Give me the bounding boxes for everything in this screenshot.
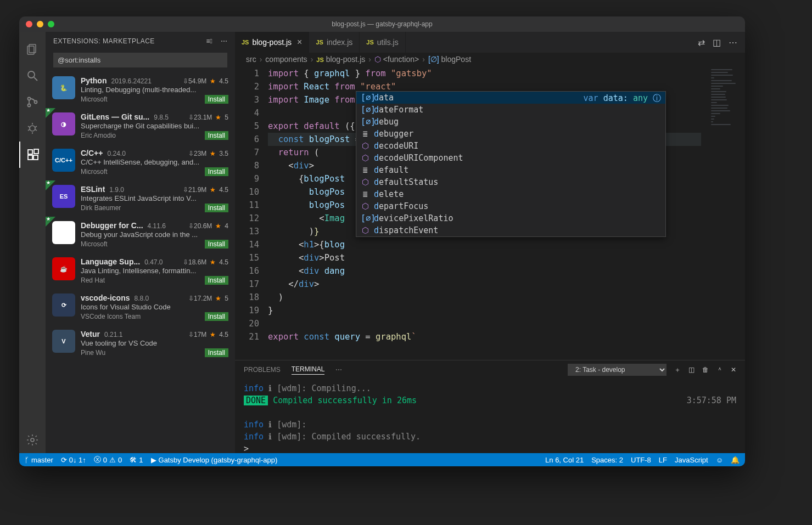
status-tools[interactable]: 🛠 1 [130,456,143,464]
indent-status[interactable]: Spaces: 2 [591,456,623,464]
extension-version: 0.47.0 [144,258,163,266]
activity-bar [19,32,46,453]
notifications-icon[interactable]: 🔔 [731,456,740,464]
vscode-window: blog-post.js — gatsby-graphql-app EXTENS… [19,16,745,466]
breadcrumb-item[interactable]: [∅] blogPost [428,55,471,64]
rating: 4.5 [219,186,228,194]
install-button[interactable]: Install [205,312,228,321]
install-button[interactable]: Install [205,240,228,249]
suggestion-item[interactable]: [∅]devicePixelRatio [356,212,665,224]
more-icon[interactable]: ⋯ [221,37,228,45]
svg-rect-15 [28,155,32,160]
extension-item[interactable]: V Vetur 0.21.1 ⇩17M ★4.5 Vue tooling for… [46,325,235,362]
breadcrumb-item[interactable]: src [246,55,256,64]
install-button[interactable]: Install [205,131,228,140]
download-count: ⇩21.9M [183,186,206,194]
minimap[interactable] [701,66,745,360]
extension-name: C/C++ [81,149,103,157]
extension-item[interactable]: C/C++ C/C++ 0.24.0 ⇩23M ★3.5 C/C++ Intel… [46,144,235,180]
extension-icon: ⟳ [52,293,75,317]
status-task-running[interactable]: ▶ Gatsby Develop (gatsby-graphql-app) [151,456,278,464]
install-button[interactable]: Install [205,348,228,357]
search-icon[interactable] [19,63,46,89]
explorer-icon[interactable] [19,36,46,63]
suggestion-item[interactable]: ⬡decodeURIComponent [356,152,665,164]
debug-icon[interactable] [19,115,46,142]
terminal[interactable]: info ℹ [wdm]: Compiling...DONE Compiled … [235,379,745,453]
suggestion-item[interactable]: ⬡dispatchEvent [356,224,665,236]
encoding-status[interactable]: UTF-8 [631,456,651,464]
suggestion-item[interactable]: ⬡defaultStatus [356,176,665,188]
extension-name: Debugger for C... [81,221,143,230]
extension-item[interactable]: ☕ Language Sup... 0.47.0 ⇩18.6M ★4.5 Jav… [46,253,235,289]
suggestion-item[interactable]: [∅]debug [356,116,665,128]
source-control-icon[interactable] [19,89,46,115]
star-icon: ★ [210,150,216,157]
compare-icon[interactable]: ⇄ [698,37,705,48]
editor-more-icon[interactable]: ⋯ [729,37,737,48]
extension-item[interactable]: ⟳ vscode-icons 8.8.0 ⇩17.2M ★5 Icons for… [46,289,235,325]
kill-terminal-icon[interactable]: 🗑 [702,366,709,374]
panel-tab-problems[interactable]: PROBLEMS [244,366,281,374]
suggestion-item[interactable]: ⬡departFocus [356,200,665,212]
suggestion-item[interactable]: ≣debugger [356,128,665,140]
new-terminal-icon[interactable]: ＋ [674,365,681,375]
git-sync[interactable]: ⟳ 0↓ 1↑ [61,456,86,464]
extension-desc: Java Linting, Intellisense, formattin... [81,267,228,275]
editor[interactable]: 123456789101112131415161718192021 import… [235,66,745,360]
git-branch[interactable]: ᚶ master [25,456,53,464]
eol-status[interactable]: LF [659,456,667,464]
extension-icon: ES [52,185,75,208]
breadcrumb-item[interactable]: components [265,55,307,64]
rating: 4.5 [219,331,228,338]
svg-line-12 [35,129,37,131]
close-tab-icon[interactable]: × [297,37,302,47]
extension-item[interactable]: ★◑ GitLens — Git su... 9.8.5 ⇩23.1M ★5 S… [46,108,235,144]
suggestion-item[interactable]: [∅]dateFormat [356,104,665,116]
suggestion-item[interactable]: ⬡decodeURI [356,140,665,152]
language-status[interactable]: JavaScript [675,456,708,464]
panel-tab-terminal[interactable]: TERMINAL [292,365,325,375]
suggestion-item[interactable]: ≣default [356,164,665,176]
editor-tab[interactable]: JSutils.js [360,32,405,53]
svg-rect-17 [34,149,38,154]
rating: 5 [225,114,228,121]
extension-desc: Vue tooling for VS Code [81,339,228,347]
install-button[interactable]: Install [205,95,228,104]
editor-tab[interactable]: JSblog-post.js× [235,32,309,53]
extension-icon: ◉ [52,221,75,244]
breadcrumb[interactable]: src›components›JS blog-post.js›⬡ <functi… [235,53,745,66]
download-count: ⇩18.6M [183,258,206,266]
extension-item[interactable]: ★ES ESLint 1.9.0 ⇩21.9M ★4.5 Integrates … [46,180,235,217]
breadcrumb-item[interactable]: JS blog-post.js [316,55,365,64]
clear-icon[interactable]: ≡⃠ [206,37,213,45]
extension-item[interactable]: 🐍 Python 2019.6.24221 ⇩54.9M ★4.5 Lintin… [46,72,235,108]
maximize-panel-icon[interactable]: ＾ [716,365,723,375]
terminal-select[interactable]: 2: Task - develop [568,364,667,376]
close-panel-icon[interactable]: ✕ [731,366,736,374]
extension-search-input[interactable] [53,53,227,67]
extension-version: 0.24.0 [107,150,125,157]
split-editor-icon[interactable]: ◫ [713,37,721,48]
editor-tab[interactable]: JSindex.js [309,32,360,53]
rating: 5 [225,295,228,302]
install-button[interactable]: Install [205,204,228,212]
cursor-position[interactable]: Ln 6, Col 21 [545,456,584,464]
intellisense-popup[interactable]: [∅]data[∅]dateFormat[∅]debug≣debugger⬡de… [356,91,666,237]
status-errors[interactable]: ⓧ 0 ⚠ 0 [94,455,122,465]
download-count: ⇩17.2M [188,295,212,302]
extension-item[interactable]: ★◉ Debugger for C... 4.11.6 ⇩20.6M ★4 De… [46,217,235,253]
extension-version: 0.21.1 [104,331,122,338]
split-terminal-icon[interactable]: ◫ [688,366,695,374]
feedback-icon[interactable]: ☺ [716,456,723,464]
extension-icon: C/C++ [52,149,75,172]
suggestion-item[interactable]: ≣delete [356,188,665,200]
extensions-icon[interactable] [19,142,46,168]
install-button[interactable]: Install [205,276,228,285]
panel-more-icon[interactable]: ⋯ [335,366,342,374]
install-button[interactable]: Install [205,167,228,176]
settings-gear-icon[interactable] [19,427,46,453]
extension-version: 4.11.6 [148,222,166,230]
extension-name: Language Sup... [81,257,140,266]
breadcrumb-item[interactable]: ⬡ <function> [374,55,419,64]
